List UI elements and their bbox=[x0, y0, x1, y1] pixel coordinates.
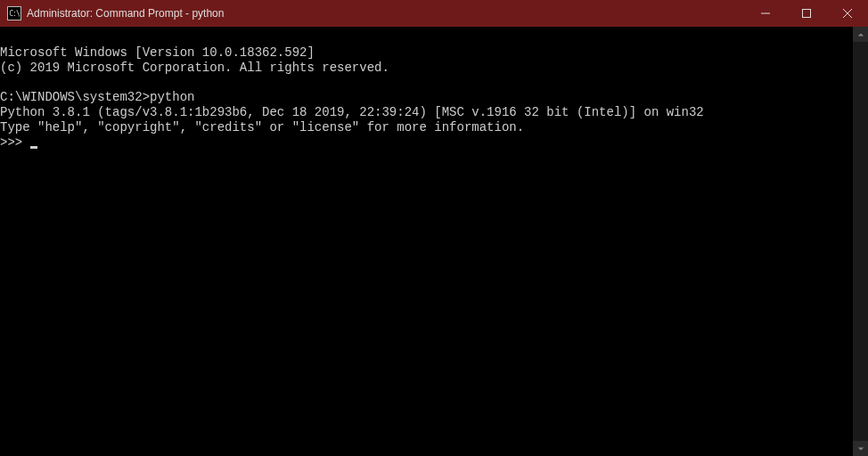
titlebar[interactable]: C:\ Administrator: Command Prompt - pyth… bbox=[0, 0, 868, 27]
terminal-line: Type "help", "copyright", "credits" or "… bbox=[0, 120, 524, 134]
cmd-icon: C:\ bbox=[7, 6, 21, 20]
window-title: Administrator: Command Prompt - python bbox=[27, 7, 745, 20]
terminal-line: (c) 2019 Microsoft Corporation. All righ… bbox=[0, 61, 389, 75]
minimize-icon bbox=[761, 9, 770, 18]
terminal-line: Python 3.8.1 (tags/v3.8.1:1b293b6, Dec 1… bbox=[0, 105, 704, 119]
maximize-icon bbox=[802, 9, 811, 18]
entered-command: python bbox=[150, 90, 194, 104]
minimize-button[interactable] bbox=[745, 0, 786, 27]
terminal-area[interactable]: Microsoft Windows [Version 10.0.18362.59… bbox=[0, 27, 853, 456]
close-icon bbox=[843, 9, 852, 18]
svg-rect-1 bbox=[803, 10, 811, 18]
chevron-up-icon bbox=[857, 31, 864, 38]
maximize-button[interactable] bbox=[786, 0, 827, 27]
scroll-track[interactable] bbox=[853, 42, 868, 441]
scroll-down-button[interactable] bbox=[853, 441, 868, 456]
scroll-up-button[interactable] bbox=[853, 27, 868, 42]
chevron-down-icon bbox=[857, 445, 864, 452]
prompt-path: C:\WINDOWS\system32> bbox=[0, 90, 150, 104]
vertical-scrollbar[interactable] bbox=[853, 27, 868, 456]
cursor bbox=[30, 146, 37, 149]
repl-prompt: >>> bbox=[0, 135, 30, 150]
window-controls bbox=[745, 0, 868, 27]
close-button[interactable] bbox=[827, 0, 868, 27]
terminal-line: Microsoft Windows [Version 10.0.18362.59… bbox=[0, 45, 315, 60]
